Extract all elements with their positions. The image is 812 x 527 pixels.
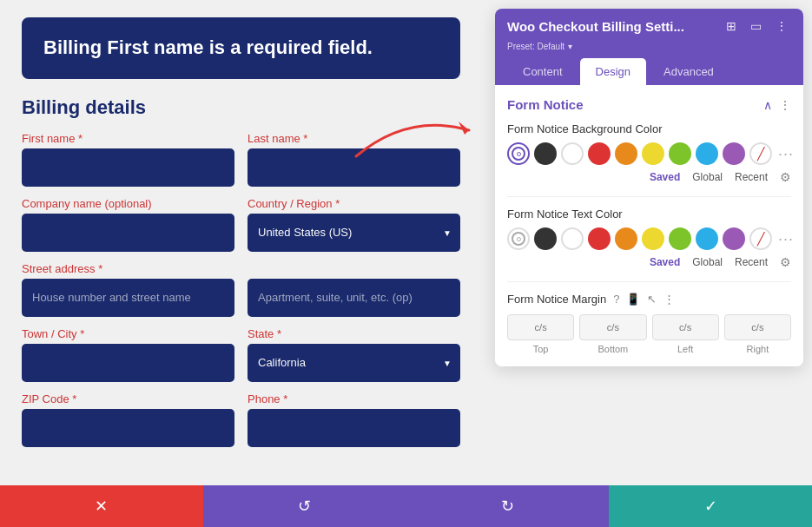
form-notice-section-header: Form Notice ∧ ⋮: [507, 97, 791, 112]
tab-advanced[interactable]: Advanced: [648, 58, 729, 85]
color-slash[interactable]: ╱: [749, 142, 772, 165]
text-color-orange[interactable]: [615, 227, 637, 250]
last-name-group: Last name *: [248, 132, 460, 187]
margin-bottom-label: Bottom: [597, 344, 628, 354]
tab-content[interactable]: Content: [507, 58, 578, 85]
margin-left-input[interactable]: [652, 314, 719, 340]
margin-help-icon[interactable]: ?: [613, 293, 619, 306]
country-group: Country / Region * United States (US): [248, 197, 460, 252]
bg-color-section: Form Notice Background Color ╱ ···: [507, 122, 791, 184]
eyedropper-btn[interactable]: [507, 142, 530, 165]
bg-color-swatches: ╱ ···: [507, 142, 791, 165]
panel-icon-more[interactable]: ⋮: [772, 17, 791, 35]
settings-panel: Woo Checkout Billing Setti... ⊞ ▭ ⋮ Pres…: [495, 9, 803, 366]
color-yellow[interactable]: [642, 142, 664, 165]
margin-bottom-group: Bottom: [579, 314, 646, 354]
apt-group: [248, 262, 460, 317]
margin-right-label: Right: [747, 344, 769, 354]
state-select[interactable]: California: [248, 344, 460, 382]
billing-form-panel: Billing First name is a required field. …: [0, 0, 482, 527]
global-label[interactable]: Global: [692, 171, 723, 183]
eyedropper-inner: [512, 147, 525, 161]
tab-design[interactable]: Design: [580, 58, 646, 85]
color-cyan[interactable]: [696, 142, 718, 165]
text-color-white[interactable]: [561, 227, 584, 250]
undo-button[interactable]: ↺: [203, 485, 406, 527]
margin-top-label: Top: [533, 344, 549, 354]
apt-input[interactable]: [248, 279, 460, 317]
panel-title: Woo Checkout Billing Setti...: [507, 19, 684, 34]
company-input[interactable]: [22, 214, 234, 252]
text-recent-label[interactable]: Recent: [735, 256, 768, 268]
text-color-black[interactable]: [534, 227, 557, 250]
billing-title: Billing details: [22, 96, 460, 119]
divider-2: [507, 281, 791, 282]
margin-right-input[interactable]: [724, 314, 791, 340]
color-more-dots[interactable]: ···: [778, 146, 794, 161]
color-meta-gear-icon[interactable]: ⚙: [780, 170, 791, 184]
zip-label: ZIP Code *: [22, 392, 234, 405]
zip-input[interactable]: [22, 409, 234, 447]
text-color-cyan[interactable]: [696, 227, 718, 250]
zip-group: ZIP Code *: [22, 392, 234, 447]
cancel-button[interactable]: ✕: [0, 485, 203, 527]
text-color-meta-gear-icon[interactable]: ⚙: [780, 255, 791, 269]
text-color-slash[interactable]: ╱: [749, 227, 772, 250]
panel-icon-grid[interactable]: ⊞: [723, 17, 740, 35]
text-color-section: Form Notice Text Color ╱ ···: [507, 208, 791, 269]
recent-label[interactable]: Recent: [735, 171, 768, 183]
first-name-input[interactable]: [22, 148, 234, 187]
margin-cursor-icon[interactable]: ↖: [647, 293, 657, 306]
margin-label: Form Notice Margin: [507, 293, 606, 306]
street-group: Street address *: [22, 262, 234, 317]
section-menu-icon[interactable]: ⋮: [779, 98, 791, 112]
panel-body: Form Notice ∧ ⋮ Form Notice Background C…: [495, 85, 803, 366]
color-green[interactable]: [669, 142, 691, 165]
text-color-green[interactable]: [669, 227, 691, 250]
margin-right-group: Right: [724, 314, 791, 354]
margin-section: Form Notice Margin ? 📱 ↖ ⋮ Top Bottom Le…: [507, 293, 791, 354]
color-orange[interactable]: [615, 142, 637, 165]
text-color-more-dots[interactable]: ···: [778, 231, 794, 247]
margin-more-icon[interactable]: ⋮: [663, 293, 675, 306]
margin-device-icon[interactable]: 📱: [626, 293, 640, 306]
panel-header: Woo Checkout Billing Setti... ⊞ ▭ ⋮ Pres…: [495, 9, 803, 85]
color-red[interactable]: [588, 142, 611, 165]
street-input[interactable]: [22, 279, 234, 317]
country-select[interactable]: United States (US): [248, 214, 460, 252]
margin-left-label: Left: [677, 344, 693, 354]
margin-left-group: Left: [652, 314, 719, 354]
redo-button[interactable]: ↻: [406, 485, 610, 527]
state-label: State *: [248, 327, 460, 340]
phone-group: Phone *: [248, 392, 460, 447]
save-button[interactable]: ✓: [609, 485, 812, 527]
margin-top-input[interactable]: [507, 314, 574, 340]
color-white[interactable]: [561, 142, 584, 165]
street-label: Street address *: [22, 262, 234, 275]
country-select-wrapper[interactable]: United States (US): [248, 214, 460, 252]
margin-top-group: Top: [507, 314, 574, 354]
eyedropper2-dot: [517, 237, 521, 241]
text-color-purple[interactable]: [723, 227, 745, 250]
eyedropper2-btn[interactable]: [507, 227, 530, 250]
preset-label[interactable]: Preset: Default ▾: [507, 42, 791, 51]
text-color-swatches: ╱ ···: [507, 227, 791, 250]
section-collapse-icon[interactable]: ∧: [763, 98, 772, 112]
text-global-label[interactable]: Global: [692, 256, 723, 268]
margin-bottom-input[interactable]: [579, 314, 646, 340]
color-black[interactable]: [534, 142, 557, 165]
panel-icon-layout[interactable]: ▭: [747, 17, 765, 35]
text-color-yellow[interactable]: [642, 227, 664, 250]
phone-input[interactable]: [248, 409, 460, 447]
text-color-red[interactable]: [588, 227, 611, 250]
state-select-wrapper[interactable]: California: [248, 344, 460, 382]
first-name-label: First name *: [22, 132, 234, 145]
color-purple[interactable]: [723, 142, 745, 165]
text-saved-label[interactable]: Saved: [650, 256, 680, 268]
last-name-input[interactable]: [248, 148, 460, 187]
city-input[interactable]: [22, 344, 234, 382]
margin-label-row: Form Notice Margin ? 📱 ↖ ⋮: [507, 293, 791, 306]
company-label: Company name (optional): [22, 197, 234, 210]
saved-label[interactable]: Saved: [650, 171, 680, 183]
panel-title-row: Woo Checkout Billing Setti... ⊞ ▭ ⋮: [507, 17, 791, 35]
